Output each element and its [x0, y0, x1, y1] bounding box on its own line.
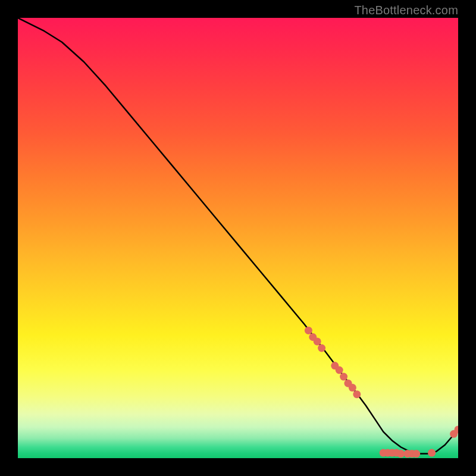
chart-frame: TheBottleneck.com	[0, 0, 476, 476]
chart-svg	[18, 18, 458, 458]
data-marker	[318, 345, 325, 352]
data-markers	[305, 327, 458, 458]
curve-line	[18, 18, 458, 454]
data-marker	[336, 367, 343, 374]
data-marker	[428, 449, 436, 457]
data-marker	[340, 373, 347, 381]
watermark-text: TheBottleneck.com	[354, 4, 458, 17]
plot-area	[18, 18, 458, 458]
data-marker	[349, 384, 356, 392]
data-marker	[412, 450, 420, 458]
data-marker	[353, 390, 361, 398]
data-marker	[314, 337, 321, 345]
bottleneck-curve	[18, 18, 458, 454]
data-marker	[397, 450, 405, 458]
data-marker	[305, 327, 312, 334]
